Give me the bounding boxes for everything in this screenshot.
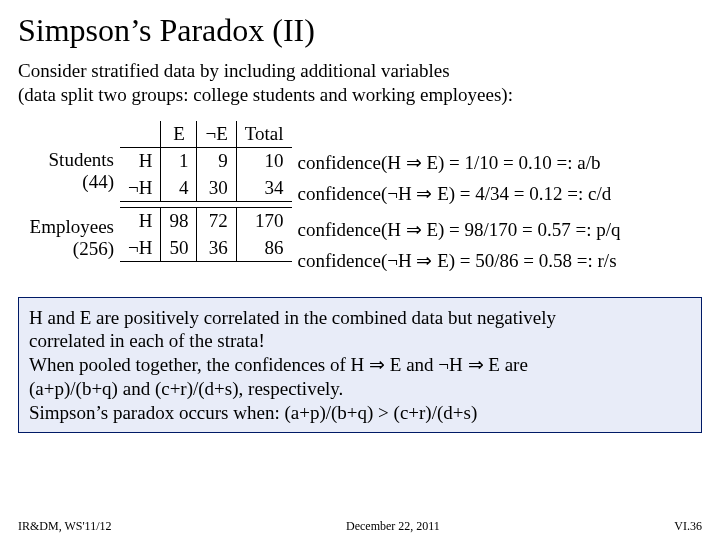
stratum-labels: Students (44) Employees (256) [18, 149, 114, 283]
row-header-not-h: ¬H [120, 235, 161, 262]
cell: 1 [161, 148, 197, 175]
table-row: ¬H 50 36 86 [120, 235, 292, 262]
footer-right: VI.36 [674, 519, 702, 534]
stratum-b-count: (256) [18, 238, 114, 260]
cell: 9 [197, 148, 236, 175]
note-line: When pooled together, the confidences of… [29, 354, 528, 375]
cell: 30 [197, 175, 236, 202]
footer-left: IR&DM, WS'11/12 [18, 519, 112, 534]
intro-line-1: Consider stratified data by including ad… [18, 60, 450, 81]
cell: 34 [236, 175, 291, 202]
note-line: Simpson’s paradox occurs when: (a+p)/(b+… [29, 402, 477, 423]
contingency-table: E ¬E Total H 1 9 10 ¬H 4 30 34 H 98 72 [120, 121, 292, 263]
stratum-a-name: Students [18, 149, 114, 171]
stratum-b-name: Employees [18, 216, 114, 238]
cell: 170 [236, 208, 291, 235]
col-header-not-e: ¬E [197, 121, 236, 148]
confidence-column: confidence(H ⇒ E) = 1/10 = 0.10 =: a/b c… [298, 148, 621, 276]
stratum-employees-label: Employees (256) [18, 216, 114, 277]
row-header-not-h: ¬H [120, 175, 161, 202]
cell: 98 [161, 208, 197, 235]
slide-footer: IR&DM, WS'11/12 December 22, 2011 VI.36 [18, 519, 702, 534]
intro-text: Consider stratified data by including ad… [18, 59, 702, 107]
note-line: correlated in each of the strata! [29, 330, 265, 351]
note-line: H and E are positively correlated in the… [29, 307, 556, 328]
cell: 10 [236, 148, 291, 175]
confidence-line: confidence(H ⇒ E) = 98/170 = 0.57 =: p/q [298, 215, 621, 246]
stratum-a-count: (44) [18, 171, 114, 193]
confidence-line: confidence(H ⇒ E) = 1/10 = 0.10 =: a/b [298, 148, 621, 179]
slide-title: Simpson’s Paradox (II) [18, 12, 702, 49]
row-header-h: H [120, 148, 161, 175]
explanation-box: H and E are positively correlated in the… [18, 297, 702, 434]
table-row: ¬H 4 30 34 [120, 175, 292, 202]
intro-line-2: (data split two groups: college students… [18, 84, 513, 105]
footer-center: December 22, 2011 [346, 519, 440, 534]
note-line: (a+p)/(b+q) and (c+r)/(d+s), respectivel… [29, 378, 343, 399]
cell: 4 [161, 175, 197, 202]
confidence-line: confidence(¬H ⇒ E) = 50/86 = 0.58 =: r/s [298, 245, 621, 276]
cell: 72 [197, 208, 236, 235]
cell: 36 [197, 235, 236, 262]
cell: 50 [161, 235, 197, 262]
col-header-total: Total [236, 121, 291, 148]
col-header-e: E [161, 121, 197, 148]
row-header-h: H [120, 208, 161, 235]
data-table-section: Students (44) Employees (256) E ¬E Total… [18, 121, 702, 283]
stratum-students-label: Students (44) [18, 149, 114, 210]
table-row: H 1 9 10 [120, 148, 292, 175]
cell: 86 [236, 235, 291, 262]
confidence-line: confidence(¬H ⇒ E) = 4/34 = 0.12 =: c/d [298, 178, 621, 209]
table-header-row: E ¬E Total [120, 121, 292, 148]
table-row: H 98 72 170 [120, 208, 292, 235]
